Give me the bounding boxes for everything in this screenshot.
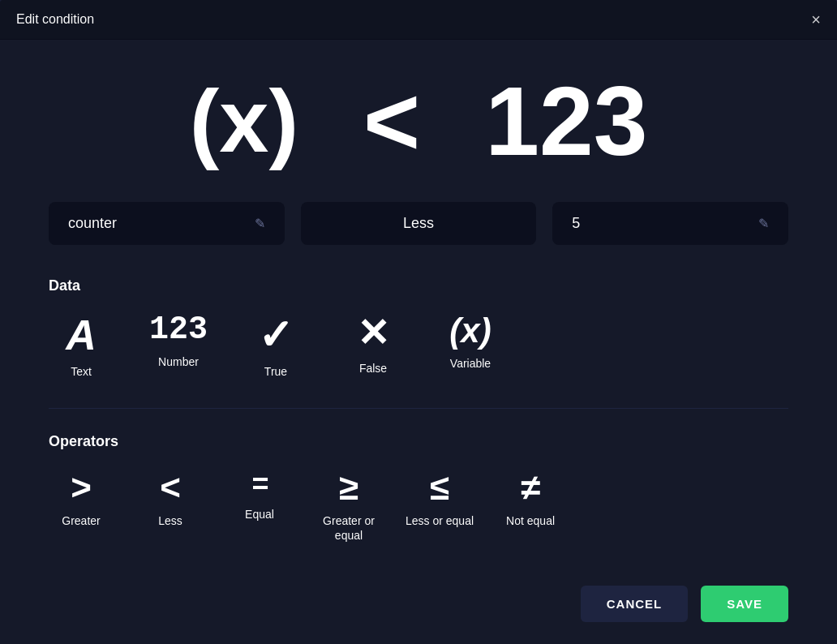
condition-preview: (x) < 123 [49, 72, 788, 170]
number-icon: 123 [149, 314, 208, 346]
greater-equal-icon: ≥ [339, 470, 358, 505]
variable-icon: (x) [449, 314, 491, 348]
cancel-button[interactable]: CANCEL [581, 586, 689, 622]
not-equal-icon: ≠ [521, 470, 540, 505]
greater-icon: > [71, 470, 92, 505]
greater-equal-label: Greater orequal [323, 513, 375, 543]
op-item-less-equal[interactable]: ≤ Less or equal [406, 470, 474, 528]
dialog-title: Edit condition [16, 12, 94, 27]
title-bar: Edit condition × [0, 0, 837, 40]
variable-control[interactable]: counter ✎ [49, 202, 285, 245]
preview-operator: < [363, 72, 420, 170]
true-icon: ✓ [258, 314, 294, 356]
variable-label: counter [68, 215, 117, 232]
operator-items-row: > Greater < Less = Equal ≥ Greater orequ… [49, 470, 788, 543]
less-icon: < [160, 470, 181, 505]
number-label: Number [158, 354, 199, 369]
data-section: Data A Text 123 Number ✓ True ✕ False [49, 277, 788, 379]
value-label: 5 [572, 215, 580, 232]
less-equal-label: Less or equal [406, 513, 474, 528]
operators-section-label: Operators [49, 433, 788, 450]
dialog-body: (x) < 123 counter ✎ Less 5 ✎ Data A [0, 40, 837, 644]
operator-label: Less [403, 215, 434, 232]
op-item-greater[interactable]: > Greater [49, 470, 114, 528]
section-divider [49, 408, 788, 409]
value-control[interactable]: 5 ✎ [552, 202, 788, 245]
dialog-footer: CANCEL SAVE [49, 573, 788, 630]
operator-control[interactable]: Less [301, 202, 537, 245]
false-label: False [359, 361, 387, 376]
data-item-text[interactable]: A Text [49, 314, 114, 379]
op-item-greater-equal[interactable]: ≥ Greater orequal [316, 470, 381, 543]
data-section-label: Data [49, 277, 788, 294]
preview-value: 123 [485, 72, 647, 170]
value-edit-icon: ✎ [758, 216, 769, 231]
variable-edit-icon: ✎ [255, 216, 265, 231]
op-item-not-equal[interactable]: ≠ Not equal [498, 470, 563, 528]
equal-label: Equal [245, 507, 274, 522]
preview-variable: (x) [190, 76, 298, 165]
not-equal-label: Not equal [506, 513, 555, 528]
op-item-less[interactable]: < Less [138, 470, 203, 528]
data-item-false[interactable]: ✕ False [341, 314, 406, 376]
equal-icon: = [251, 470, 267, 499]
greater-label: Greater [62, 513, 100, 528]
text-label: Text [71, 364, 92, 379]
false-icon: ✕ [357, 314, 389, 353]
data-item-true[interactable]: ✓ True [243, 314, 308, 379]
edit-condition-dialog: Edit condition × (x) < 123 counter ✎ Les… [0, 0, 837, 644]
controls-row: counter ✎ Less 5 ✎ [49, 202, 788, 245]
less-label: Less [158, 513, 182, 528]
less-equal-icon: ≤ [430, 470, 449, 505]
save-button[interactable]: SAVE [701, 586, 788, 622]
operators-section: Operators > Greater < Less = Equal ≥ Gre… [49, 433, 788, 543]
variable-label-data: Variable [450, 356, 491, 371]
true-label: True [264, 364, 287, 379]
text-icon: A [66, 314, 97, 356]
data-item-number[interactable]: 123 Number [146, 314, 211, 369]
data-item-variable[interactable]: (x) Variable [438, 314, 503, 371]
op-item-equal[interactable]: = Equal [227, 470, 292, 522]
close-button[interactable]: × [811, 11, 821, 28]
data-items-row: A Text 123 Number ✓ True ✕ False (x) [49, 314, 788, 379]
